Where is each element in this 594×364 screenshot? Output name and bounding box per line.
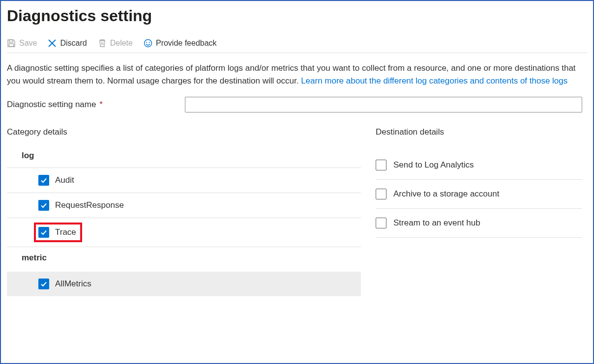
smiley-icon [144,39,152,48]
trash-icon [98,39,107,48]
description-text: A diagnostic setting specifies a list of… [7,62,587,87]
svg-rect-1 [9,44,14,47]
log-item-label: Audit [55,175,74,185]
log-item-trace[interactable]: Trace [7,218,361,247]
setting-name-input[interactable] [185,97,582,112]
page-title: Diagnostics setting [7,7,587,25]
setting-name-label-text: Diagnostic setting name [7,100,96,109]
feedback-label: Provide feedback [156,39,217,48]
log-item-label: Trace [55,227,76,237]
learn-more-link[interactable]: Learn more about the different log categ… [301,76,567,85]
destination-log-analytics[interactable]: Send to Log Analytics [376,151,582,180]
required-marker: * [99,100,103,109]
log-item-label: RequestResponse [55,200,124,210]
discard-label: Discard [60,39,87,48]
delete-button[interactable]: Delete [98,39,133,48]
feedback-button[interactable]: Provide feedback [144,39,217,48]
checkbox-unchecked-icon[interactable] [376,160,386,170]
checkbox-unchecked-icon[interactable] [376,218,386,228]
log-item-requestresponse[interactable]: RequestResponse [7,193,361,218]
svg-point-2 [144,40,151,47]
checkbox-checked-icon[interactable] [38,175,49,186]
delete-label: Delete [110,39,133,48]
setting-name-label: Diagnostic setting name * [7,100,185,110]
destination-label: Archive to a storage account [393,189,499,199]
destination-label: Send to Log Analytics [393,160,474,170]
checkbox-checked-icon[interactable] [38,200,49,211]
metric-item-allmetrics[interactable]: AllMetrics [7,272,361,296]
checkbox-unchecked-icon[interactable] [376,189,386,199]
close-icon [48,39,57,48]
destination-event-hub[interactable]: Stream to an event hub [376,209,582,238]
checkbox-checked-icon[interactable] [38,227,49,238]
metric-subgroup-label: metric [7,253,361,270]
log-subgroup-label: log [7,151,361,168]
category-details-header: Category details [7,127,361,137]
checkbox-checked-icon[interactable] [38,279,49,289]
save-button[interactable]: Save [7,39,37,48]
toolbar: Save Discard Delete Provide feedback [7,39,587,53]
discard-button[interactable]: Discard [48,39,87,48]
destination-storage-account[interactable]: Archive to a storage account [376,180,582,209]
metric-item-label: AllMetrics [55,279,91,289]
svg-point-3 [146,42,147,43]
svg-point-4 [149,42,150,43]
save-label: Save [19,39,37,48]
log-item-audit[interactable]: Audit [7,168,361,193]
destination-details-header: Destination details [376,127,582,137]
destination-label: Stream to an event hub [393,218,480,228]
save-icon [7,39,16,48]
highlight-box: Trace [34,223,82,242]
svg-rect-0 [9,40,13,42]
